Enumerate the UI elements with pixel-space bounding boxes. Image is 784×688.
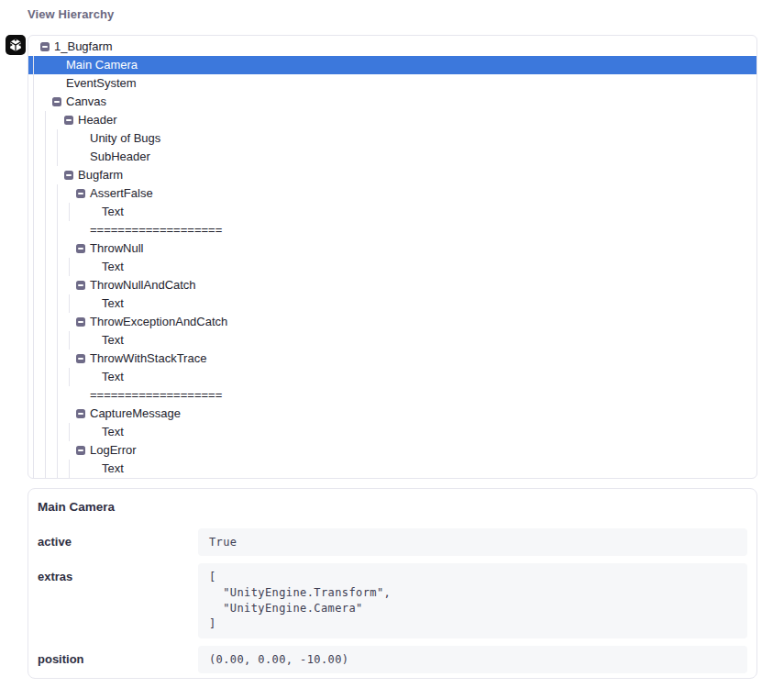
collapse-minus-icon[interactable] bbox=[64, 116, 73, 125]
indent-guide bbox=[33, 441, 45, 460]
collapse-minus-icon[interactable] bbox=[76, 317, 85, 327]
indent-guide bbox=[33, 56, 45, 74]
indent-guide bbox=[45, 276, 57, 294]
tree-row[interactable]: LogError bbox=[28, 441, 756, 460]
indent-guide bbox=[33, 239, 45, 258]
tree-row[interactable]: Unity of Bugs bbox=[28, 129, 756, 148]
tree-row-label: CaptureMessage bbox=[90, 405, 181, 423]
tree-row[interactable]: Text bbox=[28, 368, 756, 386]
collapse-toggle-slot bbox=[64, 116, 78, 125]
collapse-toggle-slot bbox=[64, 171, 78, 180]
tree-row[interactable]: SubHeader bbox=[28, 148, 756, 166]
tree-row[interactable]: ThrowExceptionAndCatch bbox=[28, 313, 756, 331]
indent-guide bbox=[57, 258, 69, 276]
collapse-minus-icon[interactable] bbox=[76, 354, 85, 363]
tree-row-label: Text bbox=[102, 203, 124, 221]
minus-glyph bbox=[78, 358, 83, 360]
collapse-minus-icon[interactable] bbox=[52, 97, 61, 106]
tree-row[interactable]: ThrowWithStackTrace bbox=[28, 350, 756, 368]
tree-row[interactable]: =================== bbox=[28, 386, 756, 405]
tree-row[interactable]: AssertFalse bbox=[28, 184, 756, 203]
indent-guides bbox=[33, 294, 81, 313]
collapse-minus-icon[interactable] bbox=[64, 171, 73, 180]
indent-guide bbox=[45, 331, 57, 350]
details-title: Main Camera bbox=[38, 500, 747, 514]
indent-guides bbox=[33, 368, 81, 386]
indent-guide bbox=[69, 460, 81, 478]
indent-guide bbox=[57, 423, 69, 441]
indent-guide bbox=[57, 148, 69, 166]
indent-guides bbox=[33, 460, 81, 478]
collapse-minus-icon[interactable] bbox=[40, 42, 50, 51]
indent-guide bbox=[57, 441, 69, 460]
collapse-minus-icon[interactable] bbox=[76, 189, 85, 198]
indent-guide bbox=[33, 313, 45, 331]
indent-guide bbox=[69, 258, 81, 276]
indent-guides bbox=[33, 276, 69, 294]
collapse-minus-icon[interactable] bbox=[76, 409, 85, 418]
indent-guide bbox=[57, 331, 69, 350]
collapse-toggle-slot bbox=[76, 409, 90, 418]
indent-guides bbox=[33, 74, 45, 93]
tree-row-label: Bugfarm bbox=[78, 166, 123, 184]
indent-guide bbox=[45, 386, 57, 405]
indent-guides bbox=[33, 148, 69, 166]
indent-guide bbox=[57, 386, 69, 405]
tree-row[interactable]: =================== bbox=[28, 221, 756, 239]
tree-row-label: =================== bbox=[90, 386, 222, 405]
collapse-minus-icon[interactable] bbox=[76, 244, 85, 253]
tree-row[interactable]: Canvas bbox=[28, 93, 756, 111]
indent-guides bbox=[33, 129, 69, 148]
indent-guide bbox=[57, 203, 69, 221]
tree-row[interactable]: EventSystem bbox=[28, 74, 756, 93]
tree-row-label: Text bbox=[102, 331, 124, 350]
tree-row[interactable]: CaptureMessage bbox=[28, 405, 756, 423]
tree-row-label: Text bbox=[102, 258, 124, 276]
tree-row[interactable]: ThrowNull bbox=[28, 239, 756, 258]
tree-row-label: AssertFalse bbox=[90, 184, 153, 203]
indent-guide bbox=[69, 294, 81, 313]
tree-row-label: Unity of Bugs bbox=[90, 129, 160, 148]
indent-guide bbox=[33, 386, 45, 405]
tree-row[interactable]: Text bbox=[28, 331, 756, 350]
field-label-extras: extras bbox=[38, 563, 198, 638]
indent-guides bbox=[33, 203, 81, 221]
unity-logo-icon bbox=[6, 35, 26, 55]
tree-row[interactable]: Header bbox=[28, 111, 756, 129]
tree-row[interactable]: Text bbox=[28, 460, 756, 478]
indent-guides bbox=[33, 56, 45, 74]
tree-row[interactable]: Bugfarm bbox=[28, 166, 756, 184]
field-label-position: position bbox=[38, 646, 198, 673]
collapse-toggle-slot bbox=[76, 354, 90, 363]
collapse-minus-icon[interactable] bbox=[76, 446, 85, 455]
indent-guide bbox=[57, 368, 69, 386]
indent-guide bbox=[45, 405, 57, 423]
tree-row[interactable]: 1_Bugfarm bbox=[28, 38, 756, 56]
indent-guide bbox=[33, 405, 45, 423]
indent-guide bbox=[45, 441, 57, 460]
tree-row[interactable]: Text bbox=[28, 258, 756, 276]
indent-guide bbox=[33, 74, 45, 93]
tree-row-label: EventSystem bbox=[66, 74, 137, 93]
indent-guide bbox=[45, 221, 57, 239]
indent-guide bbox=[33, 331, 45, 350]
tree-row-selected[interactable]: Main Camera bbox=[28, 56, 756, 74]
tree-row-label: Text bbox=[102, 423, 124, 441]
tree-row-label: Canvas bbox=[66, 93, 106, 111]
minus-glyph bbox=[66, 174, 72, 176]
indent-guide bbox=[33, 221, 45, 239]
tree-row[interactable]: Text bbox=[28, 203, 756, 221]
indent-guide bbox=[33, 350, 45, 368]
tree-row[interactable]: Text bbox=[28, 423, 756, 441]
indent-guides bbox=[33, 441, 69, 460]
indent-guide bbox=[33, 276, 45, 294]
collapse-minus-icon[interactable] bbox=[76, 281, 85, 290]
indent-guide bbox=[45, 111, 57, 129]
tree-row[interactable]: ThrowNullAndCatch bbox=[28, 276, 756, 294]
indent-guide bbox=[33, 460, 45, 478]
indent-guide bbox=[45, 148, 57, 166]
indent-guide bbox=[45, 368, 57, 386]
tree-row[interactable]: Text bbox=[28, 294, 756, 313]
indent-guides bbox=[33, 331, 81, 350]
indent-guide bbox=[33, 166, 45, 184]
